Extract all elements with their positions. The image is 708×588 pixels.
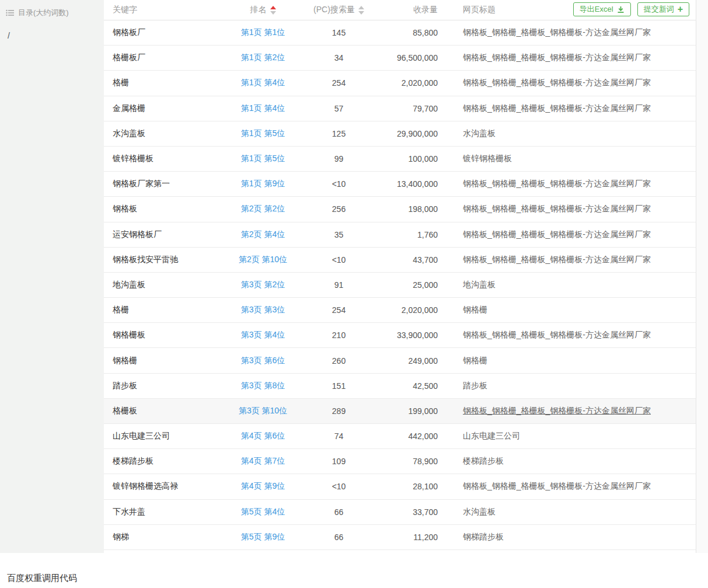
- index-count-cell: 29,900,000: [381, 129, 463, 138]
- index-count-cell: 1,760: [381, 230, 463, 239]
- search-volume-cell: <10: [297, 482, 381, 491]
- table-row: 下水井盖 第5页 第4位 66 33,700 水沟盖板: [104, 500, 696, 525]
- index-count-cell: 2,020,000: [381, 305, 463, 315]
- page-title-cell: 钢格栅: [463, 305, 696, 315]
- column-header-keyword: 关键字: [104, 5, 229, 15]
- search-volume-cell: 254: [297, 305, 381, 315]
- rank-cell: 第1页 第2位: [229, 53, 297, 63]
- rank-link[interactable]: 第1页 第4位: [241, 78, 285, 87]
- keyword-cell: 格栅: [104, 305, 229, 315]
- keyword-cell: 钢格板找安平雷驰: [104, 255, 229, 265]
- page-title-cell: 钢格板_钢格栅_格栅板_钢格栅板-方达金属丝网厂家: [463, 78, 696, 88]
- table-row: 水沟盖板 第1页 第5位 125 29,900,000 水沟盖板: [104, 121, 696, 147]
- table-row: 地沟盖板 第3页 第2位 91 25,000 地沟盖板: [104, 273, 696, 298]
- table-row: 山东电建三公司 第4页 第6位 74 442,000 山东电建三公司: [104, 424, 696, 449]
- column-header-page-title: 网页标题: [463, 5, 573, 15]
- column-header-search-volume[interactable]: (PC)搜索量: [297, 5, 381, 15]
- rank-link[interactable]: 第2页 第10位: [239, 255, 287, 264]
- rank-cell: 第2页 第4位: [229, 229, 297, 240]
- keyword-table: 关键字 排名 (PC)搜索量 收录量 网页标题: [104, 0, 696, 553]
- keyword-cell: 格栅: [104, 78, 229, 88]
- page-title-cell: 水沟盖板: [463, 507, 696, 517]
- table-row: 钢格板找安平雷驰 第2页 第10位 <10 43,700 钢格板_钢格栅_格栅板…: [104, 248, 696, 273]
- submit-new-word-button[interactable]: 提交新词 +: [637, 2, 689, 16]
- rank-link[interactable]: 第4页 第9位: [241, 481, 285, 490]
- rank-link[interactable]: 第5页 第4位: [241, 507, 285, 516]
- rank-link[interactable]: 第1页 第2位: [241, 53, 285, 62]
- index-count-cell: 2,020,000: [381, 78, 463, 88]
- page-title-cell: 钢格板_钢格栅_格栅板_钢格栅板-方达金属丝网厂家: [463, 255, 696, 265]
- sidebar-header: 目录(大约词数): [0, 5, 104, 20]
- page-title-cell: 钢格板_钢格栅_格栅板_钢格栅板-方达金属丝网厂家: [463, 53, 696, 63]
- table-row: 楼梯踏步板 第4页 第7位 109 78,900 楼梯踏步板: [104, 449, 696, 474]
- column-header-rank[interactable]: 排名: [229, 5, 297, 15]
- rank-link[interactable]: 第1页 第1位: [241, 27, 285, 37]
- sidebar: 目录(大约词数) /: [0, 0, 104, 553]
- rank-cell: 第2页 第10位: [229, 255, 297, 265]
- rank-cell: 第3页 第8位: [229, 381, 297, 391]
- search-volume-sort-icon[interactable]: [358, 6, 364, 15]
- sidebar-title: 目录(大约词数): [18, 8, 69, 18]
- keyword-cell: 镀锌格栅板: [104, 154, 229, 164]
- search-volume-cell: 109: [297, 457, 381, 466]
- rank-link[interactable]: 第5页 第9位: [241, 532, 285, 541]
- table-body: 钢格板厂 第1页 第1位 145 85,800 钢格板_钢格栅_格栅板_钢格栅板…: [104, 20, 696, 553]
- keyword-cell: 山东电建三公司: [104, 431, 229, 441]
- rank-cell: 第1页 第9位: [229, 179, 297, 189]
- search-volume-cell: <10: [297, 255, 381, 265]
- rank-link[interactable]: 第3页 第3位: [241, 305, 285, 314]
- rank-sort-icon[interactable]: [270, 6, 276, 15]
- keyword-cell: 格栅板厂: [104, 53, 229, 63]
- app: 目录(大约词数) / 关键字 排名 (PC)搜索量: [0, 0, 708, 553]
- rank-cell: 第4页 第6位: [229, 431, 297, 441]
- table-row: 镀锌格栅板 第1页 第5位 99 100,000 镀锌钢格栅板: [104, 147, 696, 172]
- page-title-cell: 钢格板_钢格栅_格栅板_钢格栅板-方达金属丝网厂家: [463, 330, 696, 340]
- search-volume-cell: 34: [297, 53, 381, 62]
- page-title-cell: 钢格板_钢格栅_格栅板_钢格栅板-方达金属丝网厂家: [463, 481, 696, 492]
- page-title-cell: 钢格板_钢格栅_格栅板_钢格栅板-方达金属丝网厂家: [463, 179, 696, 189]
- rank-link[interactable]: 第1页 第5位: [241, 154, 285, 163]
- table-header-row: 关键字 排名 (PC)搜索量 收录量 网页标题: [104, 0, 696, 20]
- page-title-cell: 钢格栅: [463, 356, 696, 366]
- rank-cell: 第3页 第6位: [229, 356, 297, 366]
- keyword-cell: 钢格板厂家第一: [104, 179, 229, 189]
- table-row: 运安钢格板厂 第2页 第4位 35 1,760 钢格板_钢格栅_格栅板_钢格栅板…: [104, 222, 696, 248]
- keyword-cell: 钢梯: [104, 532, 229, 542]
- keyword-cell: 钢格栅: [104, 356, 229, 366]
- rank-link[interactable]: 第4页 第6位: [241, 431, 285, 440]
- search-volume-cell: 57: [297, 104, 381, 113]
- index-count-cell: 25,000: [381, 280, 463, 290]
- rank-link[interactable]: 第2页 第4位: [241, 229, 285, 239]
- rank-link[interactable]: 第4页 第7位: [241, 456, 285, 465]
- rank-link[interactable]: 第3页 第2位: [241, 280, 285, 289]
- keyword-cell: 运安钢格板厂: [104, 229, 229, 240]
- sidebar-item-root[interactable]: /: [0, 20, 104, 44]
- rank-link[interactable]: 第3页 第4位: [241, 330, 285, 339]
- export-excel-button[interactable]: 导出Excel: [573, 2, 631, 16]
- index-count-cell: 249,000: [381, 356, 463, 366]
- rank-link[interactable]: 第3页 第10位: [239, 406, 287, 415]
- search-volume-cell: 125: [297, 129, 381, 138]
- rank-link[interactable]: 第1页 第5位: [241, 128, 285, 138]
- rank-cell: 第5页 第9位: [229, 532, 297, 542]
- index-count-cell: 42,500: [381, 381, 463, 391]
- rank-link[interactable]: 第1页 第4位: [241, 103, 285, 113]
- rank-cell: 第1页 第4位: [229, 103, 297, 114]
- table-row: 格栅板 第3页 第10位 289 199,000 钢格板_钢格栅_格栅板_钢格栅…: [104, 399, 696, 424]
- rank-cell: 第1页 第4位: [229, 78, 297, 88]
- page-title-cell: 踏步板: [463, 381, 696, 391]
- keyword-cell: 踏步板: [104, 381, 229, 391]
- rank-link[interactable]: 第3页 第6位: [241, 356, 285, 365]
- keyword-cell: 地沟盖板: [104, 280, 229, 290]
- rank-link[interactable]: 第3页 第8位: [241, 381, 285, 390]
- keyword-cell: 水沟盖板: [104, 128, 229, 139]
- index-count-cell: 13,400,000: [381, 179, 463, 189]
- search-volume-cell: <10: [297, 179, 381, 189]
- search-volume-cell: 145: [297, 28, 381, 37]
- right-gutter: [696, 0, 708, 553]
- rank-link[interactable]: 第1页 第9位: [241, 179, 285, 188]
- list-icon: [6, 9, 14, 16]
- index-count-cell: 78,900: [381, 457, 463, 466]
- page-title-cell: 水沟盖板: [463, 128, 696, 139]
- rank-link[interactable]: 第2页 第2位: [241, 204, 285, 213]
